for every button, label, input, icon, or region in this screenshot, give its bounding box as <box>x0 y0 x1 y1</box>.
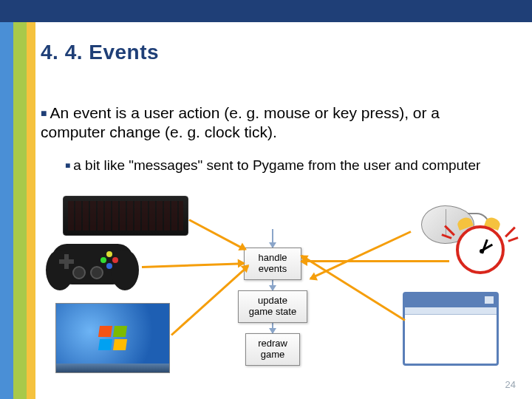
top-bar <box>0 0 532 22</box>
windows-desktop-icon <box>55 303 170 373</box>
bullet-level-1: ■An event is a user action (e. g. mouse … <box>41 103 502 143</box>
page-number: 24 <box>505 379 516 390</box>
bullet-square-icon: ■ <box>65 160 70 171</box>
event-arrow-icon <box>301 255 406 321</box>
bullet-level-2: ■a bit like "messages" sent to Pygame fr… <box>65 157 502 174</box>
application-window-icon <box>403 292 499 366</box>
flow-box-update-state: update game state <box>238 290 307 323</box>
flow-box-redraw-game: redraw game <box>245 333 300 366</box>
event-arrow-icon <box>142 262 244 268</box>
flow-box-handle-events: handle events <box>244 248 301 280</box>
event-arrow-icon <box>188 219 245 250</box>
sidebar-stripe-green <box>13 22 27 399</box>
slide-title: 4. 4. Events <box>41 41 159 64</box>
sidebar-stripe-blue <box>0 22 13 399</box>
bullet-2-text: a bit like "messages" sent to Pygame fro… <box>73 157 480 173</box>
event-arrow-icon <box>301 260 449 262</box>
sidebar-stripe-yellow <box>27 22 35 399</box>
gamepad-icon <box>44 236 140 296</box>
alarm-clock-icon <box>447 218 517 288</box>
bullet-square-icon: ■ <box>41 107 47 119</box>
keyboard-icon <box>63 196 188 236</box>
bullet-1-text: An event is a user action (e. g. mouse o… <box>41 104 440 140</box>
